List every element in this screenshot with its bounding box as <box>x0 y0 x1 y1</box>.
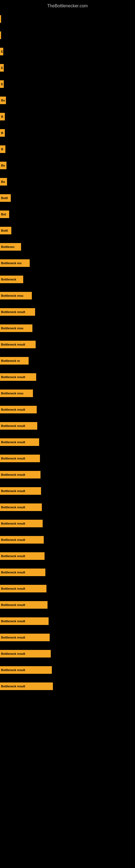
bar-row: Bo <box>0 174 135 190</box>
bar-label: B <box>1 131 3 134</box>
bar-row: Bottleneck result <box>0 678 135 694</box>
bar-label: Bo <box>1 99 5 102</box>
bar-row <box>0 27 135 43</box>
bar-row: Bottleneck result <box>0 434 135 450</box>
bar: B <box>0 113 5 120</box>
bar-row: Bottleneck res <box>0 255 135 271</box>
bar-row: Bottleneck result <box>0 629 135 646</box>
bar-row: Bottleneck result <box>0 450 135 467</box>
bar: Bo <box>0 97 6 104</box>
bar-label: Bottleneck result <box>1 571 25 574</box>
bar-label: Bottleneck <box>1 278 16 281</box>
bar: Bottleneck result <box>0 552 45 560</box>
bar <box>0 31 1 39</box>
bar-label: E <box>1 83 3 86</box>
bar-label: E <box>1 50 3 53</box>
bar-label: Bottleneck result <box>1 636 25 639</box>
bar: E <box>0 64 4 72</box>
bar: Bottl <box>0 194 11 202</box>
bar: Bottleneck result <box>0 422 37 430</box>
bar-label: Bo <box>1 180 5 183</box>
bar: Bottleneck result <box>0 633 50 641</box>
bar-row: E <box>0 43 135 60</box>
bar-row: Bottleneck result <box>0 532 135 548</box>
bar: Bottleneck res <box>0 259 30 267</box>
bar-row: E <box>0 60 135 76</box>
bar-label: Bottlenec <box>1 245 14 248</box>
bar-label: Bottleneck result <box>1 506 25 509</box>
bar-label: Bottleneck result <box>1 440 25 444</box>
bar: B <box>0 145 5 153</box>
bar-label: Bottl <box>1 196 8 199</box>
bar: Bot <box>0 211 9 218</box>
bar-row: B <box>0 141 135 157</box>
bar-row: Bottl <box>0 222 135 239</box>
bar-label: Bottleneck resu <box>1 294 24 297</box>
bar: Bottleneck result <box>0 308 35 316</box>
bar-label: Bottleneck result <box>1 603 25 607</box>
bar-row: Bottleneck result <box>0 467 135 483</box>
bar-label: Bottleneck result <box>1 473 25 476</box>
bar-row: Bottleneck result <box>0 597 135 613</box>
bar-label: Bottleneck result <box>1 457 25 460</box>
bar-row: Bottleneck result <box>0 401 135 418</box>
bar: B <box>0 129 5 137</box>
bar-row: Bottleneck result <box>0 613 135 629</box>
bar-row: Bottleneck resu <box>0 287 135 304</box>
bar-label: Bottleneck result <box>1 424 25 428</box>
bar-row: Bottleneck result <box>0 369 135 385</box>
bar-row: E <box>0 76 135 92</box>
bar: Bottleneck result <box>0 471 41 478</box>
bar: Bottleneck result <box>0 650 51 657</box>
bar: Bottleneck result <box>0 487 41 495</box>
bar-label: Bottleneck result <box>1 310 25 314</box>
bar-label: Bottleneck resu <box>1 327 24 330</box>
bar-label: Bottleneck result <box>1 620 25 623</box>
bar-row: B <box>0 125 135 141</box>
bar-row: Bottleneck result <box>0 548 135 564</box>
bar-row: Bottleneck result <box>0 304 135 320</box>
bar-label: B <box>1 148 3 151</box>
bar: Bottleneck resu <box>0 292 32 300</box>
bar-row: Bottleneck result <box>0 418 135 434</box>
bar: Bottleneck result <box>0 682 53 690</box>
bar-label: Bottleneck result <box>1 669 25 672</box>
bar-label: Bottleneck result <box>1 587 25 590</box>
bar-row: Bottleneck resu <box>0 320 135 336</box>
bar-label: Bottleneck result <box>1 685 25 688</box>
bar-label: Bottleneck result <box>1 522 25 525</box>
bar-row: Bottleneck result <box>0 581 135 597</box>
bar: Bottleneck result <box>0 438 39 446</box>
bar-label: Bottleneck result <box>1 343 25 346</box>
bar: Bottleneck re <box>0 357 29 365</box>
bar: Bottleneck result <box>0 666 52 674</box>
bar: Bo <box>0 178 7 186</box>
bar-label: Bo <box>1 164 5 167</box>
bar-row: Bottleneck re <box>0 352 135 369</box>
bar: Bottleneck result <box>0 601 48 609</box>
bar-row: Bottleneck result <box>0 499 135 516</box>
bar-label: Bottleneck result <box>1 408 25 411</box>
bar: Bottleneck result <box>0 617 49 625</box>
bar: Bottlenec <box>0 243 21 251</box>
bar: Bottleneck result <box>0 520 43 527</box>
bar: E <box>0 48 3 55</box>
bar-row: Bottleneck result <box>0 646 135 662</box>
bar: Bottleneck result <box>0 568 45 576</box>
bar-row: Bottleneck result <box>0 336 135 352</box>
bar: Bottleneck result <box>0 373 36 381</box>
bar-label: Bottl <box>1 229 8 232</box>
bar-row: Bottleneck <box>0 271 135 287</box>
bar-label: Bottleneck result <box>1 538 25 541</box>
bar: Bottleneck result <box>0 455 40 462</box>
bar-row: Bo <box>0 157 135 174</box>
bar-row: Bottleneck result <box>0 516 135 532</box>
bar-label: Bottleneck result <box>1 375 25 379</box>
bar-row: Bottl <box>0 190 135 206</box>
bar: Bottleneck result <box>0 406 37 413</box>
bar-label: Bottleneck result <box>1 652 25 655</box>
bar-label: B <box>1 115 3 118</box>
bar-label: Bottleneck res <box>1 261 21 265</box>
bar: Bottleneck result <box>0 503 42 511</box>
bar-row <box>0 11 135 27</box>
